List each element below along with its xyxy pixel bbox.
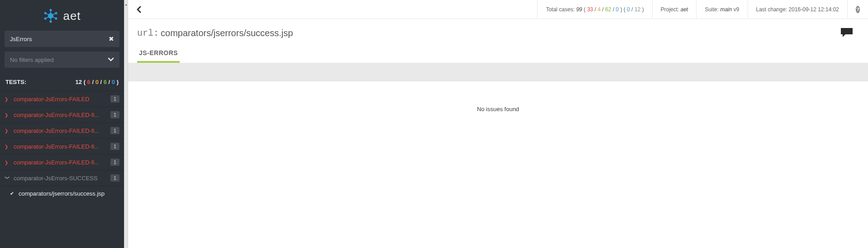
tests-label: TESTS: xyxy=(5,79,26,85)
no-issues-message: No issues found xyxy=(477,106,519,112)
project-cell: Project: aet xyxy=(652,0,696,19)
chevron-right-icon: ❯ xyxy=(5,144,10,149)
test-name: comparator-JsErrors-FAILED-fi... xyxy=(14,112,108,118)
test-name: comparator-JsErrors-FAILED xyxy=(14,96,108,103)
chevron-right-icon: ❯ xyxy=(5,160,10,165)
test-count-badge: 1 xyxy=(110,143,119,150)
test-count-badge: 1 xyxy=(110,174,119,182)
brand-name: aet xyxy=(63,9,81,23)
url-label: url: xyxy=(137,28,159,38)
filters-box[interactable]: No filters applied xyxy=(5,51,119,68)
test-name: comparator-JsErrors-FAILED-fi... xyxy=(14,143,108,150)
test-item[interactable]: ❯ comparator-JsErrors-FAILED-fi... 1 xyxy=(0,122,124,138)
category-box[interactable]: JsErrors ✖ xyxy=(5,31,119,47)
test-count-badge: 1 xyxy=(110,159,119,166)
aet-logo-icon xyxy=(43,8,58,23)
test-item[interactable]: ❯ comparator-JsErrors-FAILED-fi... 1 xyxy=(0,154,124,170)
url-row: url: comparators/jserrors/success.jsp xyxy=(128,19,868,46)
category-label: JsErrors xyxy=(10,36,32,42)
test-item[interactable]: ❯ comparator-JsErrors-FAILED 1 xyxy=(0,91,124,107)
tabs-row: JS-ERRORS xyxy=(128,46,868,63)
topbar: Total cases: 99 ( 33 / 4 / 62 / 0 ) ( 0 … xyxy=(128,0,868,19)
lastchange-cell: Last change: 2016-09-12 12:14:02 xyxy=(748,0,848,19)
total-cases: Total cases: 99 ( 33 / 4 / 62 / 0 ) ( 0 … xyxy=(537,0,652,19)
tab-jserrors[interactable]: JS-ERRORS xyxy=(137,46,180,63)
test-child-item[interactable]: ✔ comparators/jserrors/success.jsp xyxy=(0,186,124,201)
sidebar-resize-handle[interactable] xyxy=(124,0,128,248)
comment-icon[interactable] xyxy=(840,27,854,39)
test-child-name: comparators/jserrors/success.jsp xyxy=(19,190,105,197)
url-value: comparators/jserrors/success.jsp xyxy=(161,28,293,38)
content-bar xyxy=(128,63,868,81)
chevron-right-icon: ❯ xyxy=(5,97,10,102)
chevron-right-icon: ❯ xyxy=(5,112,10,117)
test-list: ❯ comparator-JsErrors-FAILED 1 ❯ compara… xyxy=(0,91,124,201)
chevron-down-icon[interactable] xyxy=(108,56,114,64)
test-count-badge: 1 xyxy=(110,95,119,103)
test-item[interactable]: ❯ comparator-JsErrors-SUCCESS 1 xyxy=(0,170,124,186)
main-area: Total cases: 99 ( 33 / 4 / 62 / 0 ) ( 0 … xyxy=(128,0,868,248)
help-button[interactable]: ? xyxy=(847,0,868,19)
test-count-badge: 1 xyxy=(110,127,119,134)
test-name: comparator-JsErrors-SUCCESS xyxy=(14,175,108,182)
close-icon[interactable]: ✖ xyxy=(109,35,114,42)
brand-logo[interactable]: aet xyxy=(0,0,124,31)
help-icon: ? xyxy=(856,6,860,13)
tests-counts: 12 ( 6 / 0 / 6 / 0 ) xyxy=(76,79,119,85)
sidebar: aet JsErrors ✖ No filters applied TESTS:… xyxy=(0,0,124,248)
filters-label: No filters applied xyxy=(10,56,54,63)
test-item[interactable]: ❯ comparator-JsErrors-FAILED-fi... 1 xyxy=(0,107,124,122)
test-name: comparator-JsErrors-FAILED-fi... xyxy=(14,127,108,134)
test-count-badge: 1 xyxy=(110,111,119,118)
test-item[interactable]: ❯ comparator-JsErrors-FAILED-fi... 1 xyxy=(0,138,124,154)
check-icon: ✔ xyxy=(10,191,14,197)
suite-cell: Suite: main v9 xyxy=(696,0,747,19)
chevron-down-icon: ❯ xyxy=(5,175,10,181)
back-button[interactable] xyxy=(128,0,146,19)
test-name: comparator-JsErrors-FAILED-fi... xyxy=(14,159,108,166)
content-body: No issues found xyxy=(128,81,868,248)
chevron-right-icon: ❯ xyxy=(5,128,10,133)
topbar-spacer xyxy=(146,0,537,19)
tests-header: TESTS: 12 ( 6 / 0 / 6 / 0 ) xyxy=(0,72,124,91)
